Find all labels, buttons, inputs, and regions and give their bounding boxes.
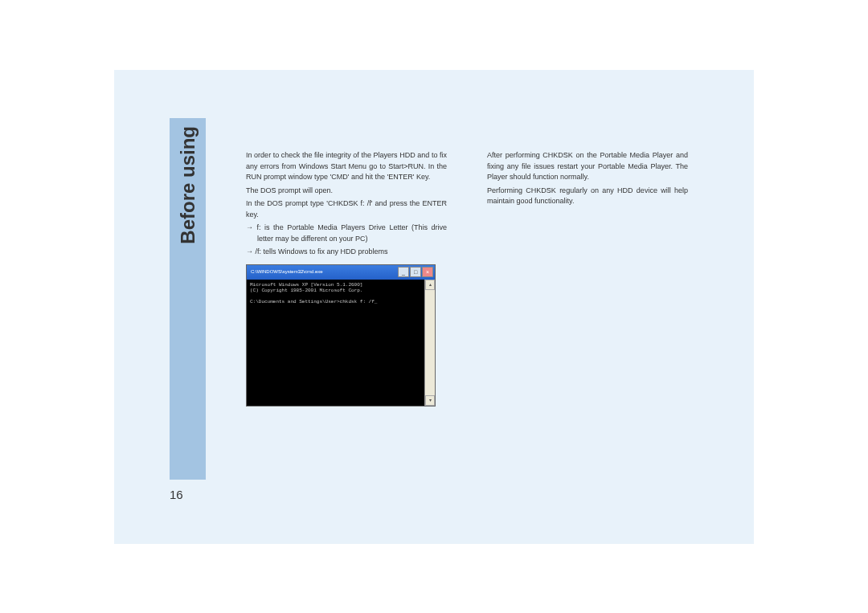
cmd-line: C:\Documents and Settings\User>chkdsk f:… [250,299,421,305]
paragraph: Performing CHKDSK regularly on any HDD d… [487,186,688,207]
cmd-line: (C) Copyright 1985-2001 Microsoft Corp. [250,288,421,294]
left-column: In order to check the file integrity of … [246,150,447,407]
paragraph: In the DOS prompt type 'CHKDSK f: /f' an… [246,198,447,220]
cmd-title-text: C:\WINDOWS\system32\cmd.exe [248,268,398,276]
paragraph: In order to check the file integrity of … [246,150,447,183]
cmd-output: Microsoft Windows XP [Version 5.1.2600] … [247,280,424,406]
scroll-track [425,290,435,395]
scroll-up-icon: ▴ [425,280,435,290]
paragraph: → f: is the Portable Media Players Drive… [246,223,447,244]
document-page: Before using 16 In order to check the fi… [114,70,754,544]
scroll-down-icon: ▾ [425,395,435,406]
cmd-line: Microsoft Windows XP [Version 5.1.2600] [250,282,421,288]
sidebar: Before using [170,118,206,480]
maximize-icon: □ [410,267,421,277]
close-icon: × [422,267,433,277]
minimize-icon: _ [398,267,409,277]
cmd-titlebar: C:\WINDOWS\system32\cmd.exe _ □ × [247,265,435,280]
paragraph: After performing CHKDSK on the Portable … [487,150,688,183]
window-buttons: _ □ × [398,267,433,277]
paragraph: The DOS prompt will open. [246,186,447,197]
paragraph: → /f: tells Windows to fix any HDD probl… [246,247,447,258]
section-title: Before using [177,126,199,244]
cmd-body-area: Microsoft Windows XP [Version 5.1.2600] … [247,280,435,406]
right-column: After performing CHKDSK on the Portable … [487,150,688,407]
content-area: In order to check the file integrity of … [246,150,712,407]
page-number: 16 [170,488,183,501]
scrollbar: ▴ ▾ [424,280,435,406]
cmd-screenshot: C:\WINDOWS\system32\cmd.exe _ □ × Micros… [246,264,436,407]
